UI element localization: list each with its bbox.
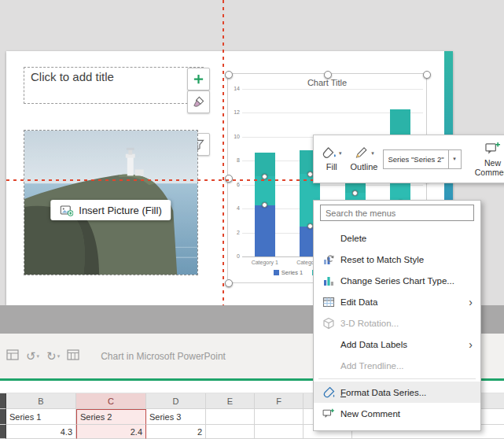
y-axis-tick-label: 8 xyxy=(228,157,240,163)
chart-selection-handle[interactable] xyxy=(225,175,233,183)
menu-item-edit-data[interactable]: Edit Data › xyxy=(314,291,480,312)
edit-data-icon xyxy=(320,296,337,308)
bar-segment[interactable] xyxy=(255,176,275,205)
reset-match-style-icon xyxy=(320,253,337,266)
y-axis-tick-label: 14 xyxy=(228,86,240,91)
column-header-f[interactable]: F xyxy=(255,393,304,409)
bar-segment[interactable] xyxy=(255,153,275,176)
chevron-down-icon: ▾ xyxy=(371,150,374,157)
x-axis-category-label: Category 1 xyxy=(242,260,288,265)
legend-swatch xyxy=(274,270,279,275)
new-comment-icon xyxy=(484,141,502,156)
legend-item: Series 1 xyxy=(274,269,304,276)
column-header-e[interactable]: E xyxy=(206,393,255,409)
bar-segment[interactable] xyxy=(255,205,275,256)
menu-item-delete[interactable]: Delete xyxy=(314,227,480,249)
series-selection-handle[interactable] xyxy=(307,172,313,177)
legend-label: Series 1 xyxy=(281,269,304,276)
submenu-arrow-icon: › xyxy=(469,297,473,308)
new-comment-button[interactable]: New Comment xyxy=(469,138,504,179)
fill-bucket-icon xyxy=(322,146,337,160)
cell-c1-selected-series[interactable]: Series 2 xyxy=(76,409,146,425)
embedded-window-title: Chart in Microsoft PowerPoint xyxy=(101,351,226,362)
new-comment-label: New Comment xyxy=(473,158,504,177)
fill-button[interactable]: ▾ Fill xyxy=(318,144,345,174)
redo-icon: ↻ xyxy=(46,350,57,362)
app-grid-icon[interactable] xyxy=(6,349,19,363)
chart-elements-plus-icon xyxy=(193,73,204,85)
outline-label: Outline xyxy=(351,162,378,172)
cell-f2[interactable] xyxy=(255,425,304,439)
column-header-b[interactable]: B xyxy=(6,393,76,409)
menu-search-input[interactable] xyxy=(320,205,474,221)
insert-picture-overlay[interactable]: Insert Picture (Fill) xyxy=(50,200,171,220)
y-axis-tick-label: 0 xyxy=(228,253,240,259)
menu-item-add-trendline: Add Trendline... xyxy=(314,355,480,376)
menu-item-3d-rotation: 3-D Rotation... xyxy=(314,312,480,334)
y-axis-tick-label: 4 xyxy=(228,205,240,211)
row-header[interactable] xyxy=(0,425,6,439)
format-data-series-icon xyxy=(320,386,337,399)
undo-icon: ↺ xyxy=(26,350,36,362)
series-selection-handle[interactable] xyxy=(262,174,267,179)
title-placeholder-text: Click to add title xyxy=(31,70,114,83)
three-d-rotation-icon xyxy=(320,317,337,330)
chart-gridline xyxy=(242,89,423,90)
table-tools-icon[interactable] xyxy=(67,349,79,363)
y-axis-tick-label: 2 xyxy=(228,230,240,235)
chart-selection-handle[interactable] xyxy=(324,71,332,79)
series-selector-dropdown[interactable]: Series "Series 2" ▾ xyxy=(383,149,461,169)
menu-item-format-data-series[interactable]: Format Data Series... xyxy=(314,382,480,403)
menu-item-change-series-chart-type[interactable]: Change Series Chart Type... xyxy=(314,270,480,291)
submenu-arrow-icon: › xyxy=(469,339,473,350)
chevron-down-icon: ▾ xyxy=(37,353,40,360)
chart-styles-button[interactable] xyxy=(187,90,210,113)
column-header-d[interactable]: D xyxy=(146,393,206,409)
chart-selection-handle[interactable] xyxy=(423,71,431,79)
fill-label: Fill xyxy=(326,162,337,172)
smart-guide-horizontal xyxy=(6,179,313,181)
row-header[interactable] xyxy=(0,409,6,425)
cell-c2-selected-series[interactable]: 2.4 xyxy=(76,425,146,439)
chart-context-menu: Delete Reset to Match Style xyxy=(313,200,481,431)
title-placeholder[interactable]: Click to add title xyxy=(24,67,204,104)
outline-pencil-icon xyxy=(354,146,370,160)
menu-item-reset-to-match-style[interactable]: Reset to Match Style xyxy=(314,249,480,270)
powerpoint-window: Click to add title xyxy=(0,0,504,439)
change-chart-type-icon xyxy=(320,275,337,287)
column-header-c[interactable]: C xyxy=(76,393,146,409)
cell-d1[interactable]: Series 3 xyxy=(146,409,206,425)
menu-separator xyxy=(318,378,476,379)
chart-elements-button[interactable] xyxy=(187,68,210,90)
mini-toolbar: ▾ Fill ▾ Outline Series "Series 2" ▾ xyxy=(313,135,504,183)
series-selector-value: Series "Series 2" xyxy=(384,155,447,164)
insert-picture-icon xyxy=(60,205,73,216)
cell-e2[interactable] xyxy=(206,425,255,439)
chevron-down-icon: ▾ xyxy=(57,353,61,360)
cell-d2[interactable]: 2 xyxy=(146,425,206,439)
chart-styles-brush-icon xyxy=(193,96,204,108)
smart-guide-vertical xyxy=(223,0,224,305)
row-header-corner[interactable] xyxy=(0,393,6,409)
insert-picture-label: Insert Picture (Fill) xyxy=(79,205,161,216)
chart-selection-handle[interactable] xyxy=(225,279,233,287)
menu-item-add-data-labels[interactable]: Add Data Labels › xyxy=(314,334,480,355)
new-comment-icon xyxy=(320,408,337,419)
undo-button[interactable]: ↺ ▾ xyxy=(26,350,39,362)
menu-item-new-comment[interactable]: New Comment xyxy=(314,403,480,424)
cell-b2[interactable]: 4.3 xyxy=(6,425,76,439)
y-axis-tick-label: 10 xyxy=(228,134,240,139)
chevron-down-icon: ▾ xyxy=(339,150,342,157)
chevron-down-icon: ▾ xyxy=(448,150,461,168)
cell-e1[interactable] xyxy=(206,409,255,425)
y-axis-tick-label: 12 xyxy=(228,109,240,115)
redo-button[interactable]: ↻ ▾ xyxy=(46,350,60,362)
cell-f1[interactable] xyxy=(255,409,304,425)
picture-placeholder[interactable]: Insert Picture (Fill) xyxy=(24,130,198,275)
outline-button[interactable]: ▾ Outline xyxy=(348,144,381,174)
cell-b1[interactable]: Series 1 xyxy=(6,409,76,425)
chart-selection-handle[interactable] xyxy=(225,71,233,79)
